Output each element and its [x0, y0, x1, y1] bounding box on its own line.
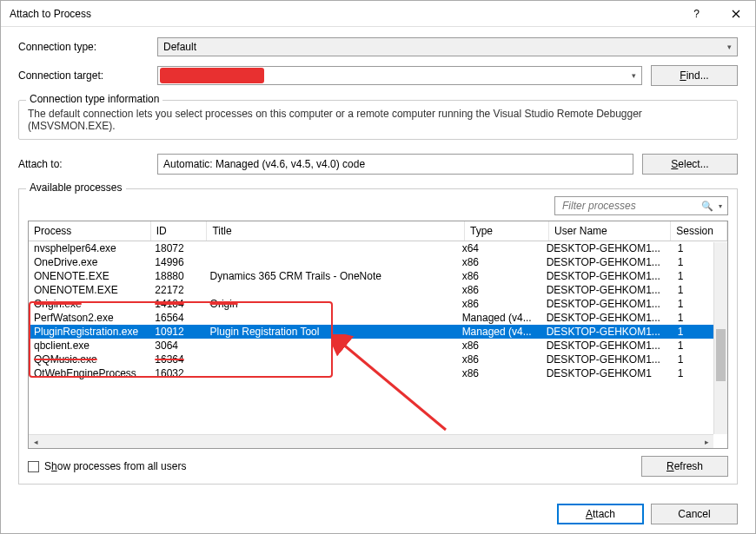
- available-processes-legend: Available processes: [26, 181, 126, 194]
- table-cell: DESKTOP-GEHKOM1...: [541, 325, 673, 339]
- attach-process-dialog: Attach to Process ? Connection type: Def…: [0, 0, 756, 534]
- scroll-left-icon[interactable]: ◂: [29, 435, 43, 449]
- close-button[interactable]: [716, 1, 755, 27]
- table-cell: 16364: [149, 353, 204, 366]
- table-row[interactable]: OtWebEngineProcess16032x86DESKTOP-GEHKOM…: [29, 366, 727, 380]
- table-cell: DESKTOP-GEHKOM1...: [541, 283, 673, 297]
- table-row[interactable]: PluginRegistration.exe10912Plugin Regist…: [29, 325, 727, 339]
- table-cell: DESKTOP-GEHKOM1...: [541, 241, 673, 255]
- attach-to-value: Automatic: Managed (v4.6, v4.5, v4.0) co…: [163, 158, 365, 170]
- close-icon: [732, 10, 740, 18]
- table-cell: 18880: [149, 269, 204, 283]
- table-cell: Managed (v4...: [457, 311, 541, 325]
- table-cell: 14996: [149, 255, 204, 269]
- connection-type-value: Default: [163, 41, 196, 53]
- redaction-box: [160, 68, 264, 83]
- available-processes-group: Available processes 🔍 ▾ Process ID Title: [18, 188, 738, 485]
- table-cell: OtWebEngineProcess: [29, 366, 149, 380]
- checkbox-icon: [28, 461, 39, 472]
- col-type[interactable]: Type: [465, 221, 549, 241]
- table-cell: [205, 353, 457, 366]
- table-row[interactable]: nvsphelper64.exe18072x64DESKTOP-GEHKOM1.…: [29, 241, 727, 255]
- table-cell: OneDrive.exe: [29, 255, 149, 269]
- table-cell: ONENOTEM.EXE: [29, 283, 149, 297]
- table-cell: x86: [457, 297, 541, 311]
- find-button[interactable]: Find...: [651, 65, 738, 86]
- table-cell: Origin.exe: [29, 297, 149, 311]
- table-cell: [205, 283, 457, 297]
- table-cell: DESKTOP-GEHKOM1...: [541, 255, 673, 269]
- table-cell: DESKTOP-GEHKOM1...: [541, 297, 673, 311]
- col-user[interactable]: User Name: [549, 221, 671, 241]
- col-id[interactable]: ID: [150, 221, 207, 241]
- table-cell: x86: [457, 269, 541, 283]
- table-cell: DESKTOP-GEHKOM1...: [541, 353, 673, 366]
- filter-input-field[interactable]: [560, 199, 696, 213]
- table-cell: [205, 339, 457, 353]
- table-cell: ONENOTE.EXE: [29, 269, 149, 283]
- process-table[interactable]: Process ID Title Type User Name Session …: [28, 221, 728, 449]
- show-all-users-label: Show processes from all users: [44, 460, 186, 472]
- table-cell: x64: [457, 241, 541, 255]
- vertical-scrollbar[interactable]: [713, 242, 727, 434]
- cancel-button[interactable]: Cancel: [651, 504, 738, 524]
- col-process[interactable]: Process: [29, 221, 150, 241]
- table-cell: QQMusic.exe: [29, 353, 149, 366]
- connection-target-combo[interactable]: DESKTOP-GEHKOM1 ▾: [157, 66, 642, 85]
- select-button[interactable]: Select...: [642, 154, 738, 175]
- table-cell: 10912: [149, 325, 204, 339]
- table-cell: DESKTOP-GEHKOM1...: [541, 311, 673, 325]
- table-cell: Dynamics 365 CRM Trails - OneNote: [205, 269, 457, 283]
- dialog-button-row: Attach Cancel: [1, 495, 755, 533]
- table-row[interactable]: Origin.exe14104Originx86DESKTOP-GEHKOM1.…: [29, 297, 727, 311]
- attach-to-box: Automatic: Managed (v4.6, v4.5, v4.0) co…: [157, 154, 633, 175]
- chevron-down-icon: ▾: [719, 202, 722, 210]
- table-cell: DESKTOP-GEHKOM1: [541, 366, 673, 380]
- connection-info-group: Connection type information The default …: [18, 100, 738, 140]
- table-cell: x86: [457, 283, 541, 297]
- col-title[interactable]: Title: [207, 221, 465, 241]
- title-bar: Attach to Process ?: [1, 1, 755, 27]
- table-cell: DESKTOP-GEHKOM1...: [541, 339, 673, 353]
- show-all-users-checkbox[interactable]: Show processes from all users: [28, 460, 186, 472]
- attach-button[interactable]: Attach: [557, 504, 644, 524]
- table-row[interactable]: OneDrive.exe14996x86DESKTOP-GEHKOM1...1: [29, 255, 727, 269]
- table-cell: 22172: [149, 283, 204, 297]
- dialog-title: Attach to Process: [10, 8, 677, 20]
- table-cell: Plugin Registration Tool: [205, 325, 457, 339]
- refresh-button[interactable]: Refresh: [641, 456, 728, 477]
- table-cell: [205, 311, 457, 325]
- scroll-right-icon[interactable]: ▸: [700, 435, 713, 449]
- table-row[interactable]: qbclient.exe3064x86DESKTOP-GEHKOM1...1: [29, 339, 727, 353]
- table-cell: nvsphelper64.exe: [29, 241, 149, 255]
- table-cell: 16032: [149, 366, 204, 380]
- table-cell: x86: [457, 366, 541, 380]
- connection-type-label: Connection type:: [18, 41, 149, 53]
- table-cell: Managed (v4...: [457, 325, 541, 339]
- table-cell: [205, 255, 457, 269]
- chevron-down-icon: ▾: [727, 43, 732, 51]
- table-cell: qbclient.exe: [29, 339, 149, 353]
- horizontal-scrollbar[interactable]: ◂ ▸: [29, 434, 713, 448]
- scrollbar-thumb[interactable]: [716, 329, 726, 381]
- connection-info-legend: Connection type information: [26, 93, 162, 105]
- filter-processes-input[interactable]: 🔍 ▾: [554, 196, 728, 215]
- connection-target-label: Connection target:: [18, 69, 149, 82]
- table-cell: [205, 366, 457, 380]
- table-row[interactable]: PerfWatson2.exe16564Managed (v4...DESKTO…: [29, 311, 727, 325]
- table-cell: PluginRegistration.exe: [29, 325, 149, 339]
- table-header-row: Process ID Title Type User Name Session: [29, 221, 727, 241]
- table-cell: Origin: [205, 297, 457, 311]
- table-row[interactable]: QQMusic.exe16364x86DESKTOP-GEHKOM1...1: [29, 353, 727, 366]
- col-session[interactable]: Session: [671, 221, 727, 241]
- table-cell: 18072: [149, 241, 204, 255]
- help-button[interactable]: ?: [677, 1, 716, 27]
- table-row[interactable]: ONENOTEM.EXE22172x86DESKTOP-GEHKOM1...1: [29, 283, 727, 297]
- chevron-down-icon: ▾: [632, 71, 636, 80]
- table-cell: [205, 241, 457, 255]
- table-cell: PerfWatson2.exe: [29, 311, 149, 325]
- table-row[interactable]: ONENOTE.EXE18880Dynamics 365 CRM Trails …: [29, 269, 727, 283]
- table-cell: x86: [457, 339, 541, 353]
- table-cell: 14104: [149, 297, 204, 311]
- connection-type-combo[interactable]: Default ▾: [157, 37, 738, 56]
